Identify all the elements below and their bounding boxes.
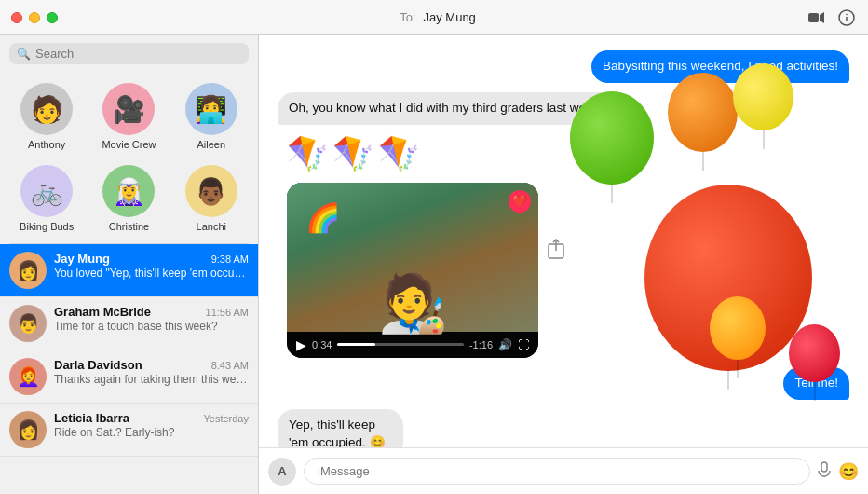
yep-bubble-group: Yep, this'll keep 'em occupied. 😊 ❤️ ⟳ R… (278, 409, 486, 447)
conv-time-jay-mung: 9:38 AM (211, 254, 249, 265)
conv-info-graham: Graham McBride 11:56 AM Time for a touch… (54, 305, 249, 333)
video-controls: ▶ 0:34 -1:16 🔊 ⛶ (287, 332, 538, 358)
sidebar: 🔍 🧑 Anthony 🎥 Movie Crew 👩‍💻 Aileen (0, 35, 259, 494)
avatar-christine: 🧝‍♀️ (102, 165, 155, 217)
yep-text: Yep, this'll keep 'em occupied. 😊 (289, 418, 386, 447)
avatar-biking-buds: 🚲 (20, 165, 73, 217)
avatar-jay-mung: 👩 (9, 252, 47, 289)
svg-marker-1 (820, 12, 824, 23)
video-bubble-row: 🧑‍🎨 🌈 ❤️ ▶ 0:34 -1:16 🔊 ⛶ (278, 183, 849, 358)
svg-rect-0 (808, 13, 819, 22)
contact-name-biking-buds: Biking Buds (20, 221, 74, 232)
title-bar: To: Jay Mung (0, 0, 868, 35)
conv-item-darla[interactable]: 👩‍🦰 Darla Davidson 8:43 AM Thanks again … (0, 350, 258, 404)
msg-row-tell-me: Tell me! (278, 367, 849, 400)
chat-area: Babysitting this weekend, I need activit… (259, 35, 868, 494)
message-input[interactable] (304, 458, 810, 485)
pinned-contact-movie-crew[interactable]: 🎥 Movie Crew (89, 77, 168, 156)
conv-time-leticia: Yesterday (203, 413, 249, 424)
avatar-graham: 👨 (9, 305, 47, 342)
sticker-kite-1: 🪁 (287, 134, 329, 173)
apps-button[interactable]: A (268, 458, 296, 486)
volume-icon[interactable]: 🔊 (498, 338, 512, 351)
bubble-third-graders: Oh, you know what I did with my third gr… (278, 92, 617, 125)
conv-item-graham[interactable]: 👨 Graham McBride 11:56 AM Time for a tou… (0, 297, 258, 350)
time-remaining: -1:16 (469, 339, 493, 350)
title-center: To: Jay Mung (69, 10, 807, 24)
contact-name-movie-crew: Movie Crew (102, 139, 156, 150)
pinned-contact-biking-buds[interactable]: 🚲 Biking Buds (7, 159, 86, 238)
emoji-button[interactable]: 😊 (838, 461, 859, 482)
avatar-darla: 👩‍🦰 (9, 358, 47, 395)
sticker-row: 🪁 🪁 🪁 (287, 134, 849, 173)
bubble-babysitting: Babysitting this weekend, I need activit… (591, 50, 849, 83)
conv-name-leticia: Leticia Ibarra (54, 411, 129, 425)
minimize-button[interactable] (29, 12, 40, 23)
conv-preview-graham: Time for a touch base this week? (54, 320, 249, 333)
msg-row-yep: Yep, this'll keep 'em occupied. 😊 ❤️ ⟳ R… (278, 409, 849, 447)
msg-row-babysitting: Babysitting this weekend, I need activit… (278, 50, 849, 83)
time-elapsed: 0:34 (312, 339, 332, 350)
fullscreen-icon[interactable]: ⛶ (518, 338, 529, 351)
conv-name-darla: Darla Davidson (54, 358, 142, 372)
pinned-contact-anthony[interactable]: 🧑 Anthony (7, 77, 86, 156)
conv-item-jay-mung[interactable]: 👩 Jay Mung 9:38 AM You loved "Yep, this'… (0, 244, 258, 297)
conv-name-jay-mung: Jay Mung (54, 252, 110, 266)
video-progress-bar[interactable] (337, 343, 464, 346)
avatar-anthony: 🧑 (20, 83, 73, 135)
close-button[interactable] (11, 12, 22, 23)
conversation-list: 👩 Jay Mung 9:38 AM You loved "Yep, this'… (0, 244, 258, 494)
app-body: 🔍 🧑 Anthony 🎥 Movie Crew 👩‍💻 Aileen (0, 35, 868, 494)
conv-info-leticia: Leticia Ibarra Yesterday Ride on Sat.? E… (54, 411, 249, 439)
traffic-lights (11, 12, 58, 23)
conv-time-graham: 11:56 AM (206, 307, 249, 318)
bubble-yep: Yep, this'll keep 'em occupied. 😊 ❤️ (278, 409, 403, 447)
conv-preview-leticia: Ride on Sat.? Early-ish? (54, 426, 249, 439)
video-bubble: 🧑‍🎨 🌈 ❤️ ▶ 0:34 -1:16 🔊 ⛶ (287, 183, 538, 358)
conv-top-leticia: Leticia Ibarra Yesterday (54, 411, 249, 425)
contact-name-christine: Christine (109, 221, 149, 232)
svg-point-4 (846, 13, 848, 15)
sticker-kite-2: 🪁 (332, 134, 374, 173)
conv-item-leticia[interactable]: 👩 Leticia Ibarra Yesterday Ride on Sat.?… (0, 404, 258, 457)
play-button[interactable]: ▶ (296, 337, 306, 352)
recipient-name: Jay Mung (423, 10, 475, 24)
avatar-leticia: 👩 (9, 411, 47, 448)
maximize-button[interactable] (47, 12, 58, 23)
pinned-contact-christine[interactable]: 🧝‍♀️ Christine (89, 159, 168, 238)
messages-scroll: Babysitting this weekend, I need activit… (259, 35, 868, 447)
conv-preview-darla: Thanks again for taking them this weeken… (54, 373, 249, 386)
conv-info-darla: Darla Davidson 8:43 AM Thanks again for … (54, 358, 249, 386)
audio-icon (818, 461, 831, 482)
video-call-button[interactable] (807, 7, 827, 28)
contact-name-lanchi: Lanchi (197, 221, 226, 232)
contact-name-aileen: Aileen (197, 139, 226, 150)
avatar-aileen: 👩‍💻 (185, 83, 237, 135)
video-thumbnail: 🧑‍🎨 🌈 ❤️ (287, 183, 538, 332)
bubble-tell-me: Tell me! (783, 367, 849, 400)
video-progress-fill (337, 343, 375, 346)
conv-name-graham: Graham McBride (54, 305, 151, 319)
msg-row-third-graders: Oh, you know what I did with my third gr… (278, 92, 849, 125)
to-label: To: (400, 10, 415, 24)
avatar-lanchi: 👨🏾 (185, 165, 237, 217)
craft-item-icon: 🌈 (305, 201, 340, 234)
conv-top-graham: Graham McBride 11:56 AM (54, 305, 249, 319)
search-icon: 🔍 (17, 48, 31, 61)
pinned-contact-lanchi[interactable]: 👨🏾 Lanchi (172, 159, 251, 238)
conv-preview-jay-mung: You loved "Yep, this'll keep 'em occupie… (54, 267, 249, 280)
title-actions (807, 7, 857, 28)
pinned-contact-aileen[interactable]: 👩‍💻 Aileen (172, 77, 251, 156)
svg-rect-6 (821, 462, 827, 472)
apps-icon: A (278, 464, 286, 478)
video-heart-reaction: ❤️ (509, 190, 531, 213)
conv-time-darla: 8:43 AM (211, 360, 249, 371)
sticker-kite-3: 🪁 (378, 134, 420, 173)
share-button[interactable] (548, 239, 564, 264)
info-button[interactable] (836, 7, 857, 28)
search-bar-container: 🔍 (0, 35, 258, 72)
conv-top-darla: Darla Davidson 8:43 AM (54, 358, 249, 372)
search-input[interactable] (35, 47, 241, 61)
search-input-wrap[interactable]: 🔍 (9, 43, 249, 64)
contact-name-anthony: Anthony (28, 139, 65, 150)
